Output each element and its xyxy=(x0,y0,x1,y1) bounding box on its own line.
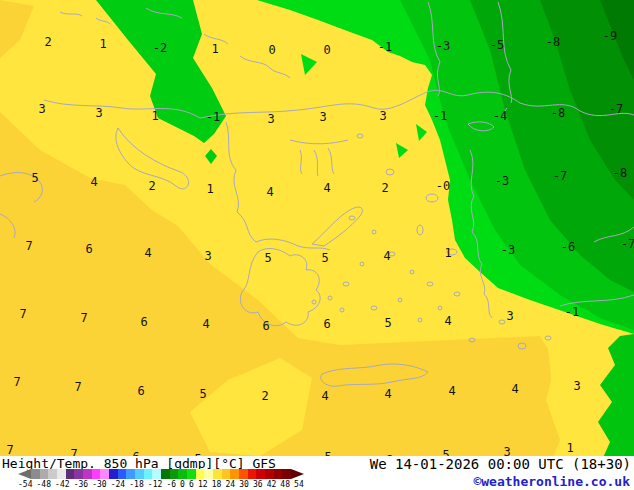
temp-value: 6 xyxy=(137,384,144,398)
scale-tick-label: -6 xyxy=(166,480,176,489)
model-run-label: We 14-01-2026 00:00 UTC (18+30) xyxy=(370,456,634,472)
temp-value: -1 xyxy=(565,305,579,319)
scale-color-block xyxy=(274,469,283,479)
scale-color-block xyxy=(230,469,239,479)
temp-value: 7 xyxy=(13,375,20,389)
scale-tick-label: 30 xyxy=(239,480,249,489)
temp-value: 5 xyxy=(321,251,328,265)
scale-tick-label: -54 xyxy=(18,480,32,489)
scale-color-block xyxy=(57,469,66,479)
scale-color-block xyxy=(126,469,135,479)
temp-value: 5 xyxy=(264,251,271,265)
scale-tick-label: 54 xyxy=(294,480,304,489)
temp-value: -8 xyxy=(546,35,560,49)
temp-value: 7 xyxy=(19,307,26,321)
scale-color-block xyxy=(83,469,92,479)
scale-color-block xyxy=(256,469,265,479)
temp-value: 0 xyxy=(323,43,330,57)
temp-value: 3 xyxy=(38,102,45,116)
temp-value: 3 xyxy=(204,249,211,263)
scale-color-block xyxy=(248,469,257,479)
temp-value: -1 xyxy=(378,40,392,54)
temp-value: 0 xyxy=(268,43,275,57)
temp-value: 3 xyxy=(573,379,580,393)
temp-value: 1 xyxy=(211,42,218,56)
temp-value: 4 xyxy=(90,175,97,189)
temp-value: 2 xyxy=(381,181,388,195)
temp-value: 6 xyxy=(262,319,269,333)
temp-value: 2 xyxy=(148,179,155,193)
temp-value: 1 xyxy=(151,109,158,123)
scale-color-block xyxy=(144,469,153,479)
temp-value: -4 xyxy=(493,109,507,123)
scale-tick-labels: -54-48-42-36-30-24-18-12-606121824303642… xyxy=(18,480,304,489)
temp-value: -9 xyxy=(603,29,617,43)
scale-color-block xyxy=(178,469,187,479)
temp-value: 4 xyxy=(383,249,390,263)
temp-value: 1 xyxy=(206,182,213,196)
scale-color-block xyxy=(100,469,109,479)
temp-value: 3 xyxy=(319,110,326,124)
color-scale-bar xyxy=(18,469,304,479)
scale-color-block xyxy=(92,469,101,479)
scale-tick-label: -48 xyxy=(37,480,51,489)
scale-color-block xyxy=(109,469,118,479)
temp-value: 4 xyxy=(321,389,328,403)
scale-tick-label: -12 xyxy=(148,480,162,489)
scale-tick-label: 24 xyxy=(225,480,235,489)
scale-color-block xyxy=(204,469,213,479)
temp-value: -8 xyxy=(613,166,627,180)
scale-tick-label: -36 xyxy=(74,480,88,489)
temp-value: 6 xyxy=(140,315,147,329)
temp-value: 4 xyxy=(202,317,209,331)
temp-value: 3 xyxy=(267,112,274,126)
temp-value: -8 xyxy=(551,106,565,120)
temp-value: 5 xyxy=(31,171,38,185)
temp-value: 4 xyxy=(444,314,451,328)
copyright-link[interactable]: ©weatheronline.co.uk xyxy=(473,474,630,489)
scale-color-block xyxy=(196,469,205,479)
scale-tick-label: 0 xyxy=(180,480,185,489)
temp-value: -2 xyxy=(153,41,167,55)
scale-tick-label: 12 xyxy=(198,480,208,489)
temp-value: 5 xyxy=(199,387,206,401)
scale-color-block xyxy=(31,469,40,479)
scale-color-block xyxy=(135,469,144,479)
temp-value: -7 xyxy=(609,102,623,116)
weather-map: 21-2100-1-3-5-8-9331-1333-1-4-8-75421442… xyxy=(0,0,634,460)
scale-color-block xyxy=(152,469,161,479)
temp-value: 2 xyxy=(261,389,268,403)
temp-value: 3 xyxy=(95,106,102,120)
temp-value: 1 xyxy=(566,441,573,455)
scale-color-blocks xyxy=(31,469,291,479)
temp-value: 7 xyxy=(74,380,81,394)
scale-tick-label: -18 xyxy=(129,480,143,489)
temp-value: 4 xyxy=(266,185,273,199)
temp-value: -3 xyxy=(501,243,515,257)
temp-value: 4 xyxy=(384,387,391,401)
temp-value: -6 xyxy=(561,240,575,254)
temp-value: 3 xyxy=(506,309,513,323)
color-scale: -54-48-42-36-30-24-18-12-606121824303642… xyxy=(18,469,304,489)
scale-tick-label: 6 xyxy=(189,480,194,489)
temp-value: 7 xyxy=(6,443,13,457)
scale-color-block xyxy=(118,469,127,479)
scale-color-block xyxy=(40,469,49,479)
temp-value: 1 xyxy=(99,37,106,51)
scale-color-block xyxy=(66,469,75,479)
scale-color-block xyxy=(282,469,291,479)
temp-value: -5 xyxy=(490,38,504,52)
scale-tick-label: 36 xyxy=(253,480,263,489)
temp-value: 1 xyxy=(444,246,451,260)
scale-color-block xyxy=(48,469,57,479)
temp-value: 4 xyxy=(511,382,518,396)
scale-tick-label: -30 xyxy=(92,480,106,489)
scale-color-block xyxy=(74,469,83,479)
temp-value: -7 xyxy=(553,169,567,183)
temp-value: -3 xyxy=(436,39,450,53)
scale-color-block xyxy=(170,469,179,479)
scale-color-block xyxy=(161,469,170,479)
scale-arrow-left-icon xyxy=(18,469,31,479)
temp-value: 6 xyxy=(85,242,92,256)
scale-color-block xyxy=(239,469,248,479)
